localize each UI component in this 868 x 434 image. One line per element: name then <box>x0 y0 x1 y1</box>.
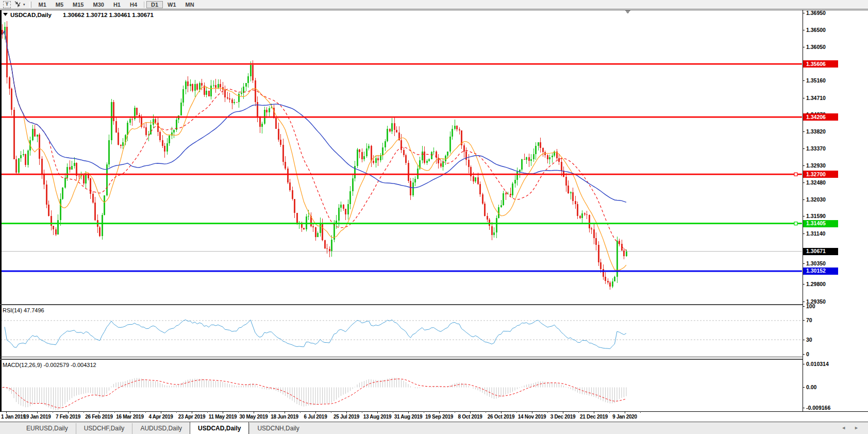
chart-tab-audusd[interactable]: AUDUSD,Daily <box>132 423 190 434</box>
line-handle[interactable] <box>794 222 797 225</box>
rsi-line <box>5 320 626 348</box>
price-badge-label: 1.32700 <box>806 171 826 177</box>
chart-title-ohlc: 1.30662 1.30712 1.30461 1.30671 <box>63 12 154 18</box>
chart-title-symbol: USDCAD,Daily <box>10 12 52 18</box>
panel-splitter[interactable] <box>0 304 803 306</box>
chart-shift-marker[interactable] <box>625 10 630 14</box>
timeframe-d1-button[interactable]: D1 <box>146 1 163 8</box>
date-label: 26 Feb 2019 <box>85 414 113 420</box>
date-label: 31 Aug 2019 <box>394 414 423 420</box>
text-label-tool-button[interactable]: T <box>2 1 12 8</box>
chart-tabs: EURUSD,DailyUSDCHF,DailyAUDUSD,DailyUSDC… <box>19 423 307 434</box>
price-tick-label: 1.36050 <box>806 44 826 50</box>
price-badge-label: 1.34206 <box>806 114 826 120</box>
price-badge-label: 1.30152 <box>806 268 826 274</box>
date-label: 8 Oct 2019 <box>458 414 482 420</box>
date-label: 19 Jan 2019 <box>24 414 52 420</box>
date-label: 6 Jul 2019 <box>304 414 328 420</box>
date-label: 18 Jun 2019 <box>271 414 298 420</box>
price-tick-label: 1.29800 <box>806 281 826 287</box>
price-badge-label: 1.35606 <box>806 61 826 67</box>
price-tick-label: 1.34710 <box>806 95 826 101</box>
chart-area[interactable]: 1.369501.365001.360501.351601.347101.342… <box>0 9 868 422</box>
chart-tab-bar: EURUSD,DailyUSDCHF,DailyAUDUSD,DailyUSDC… <box>0 422 868 434</box>
date-label: 7 Feb 2019 <box>56 414 81 420</box>
timeframe-h4-button[interactable]: H4 <box>125 1 142 8</box>
date-label: 11 May 2019 <box>209 414 237 420</box>
chart-tab-usdchf[interactable]: USDCHF,Daily <box>76 423 132 434</box>
date-label: 21 Dec 2019 <box>580 414 608 420</box>
toolbar-grip[interactable] <box>29 2 31 8</box>
rsi-tick-label: 70 <box>806 317 812 323</box>
line-handle[interactable] <box>794 173 797 176</box>
chevron-down-icon: ▾ <box>23 3 25 7</box>
chart-tab-usdcad[interactable]: USDCAD,Daily <box>190 422 249 434</box>
price-badge-label: 1.31405 <box>806 220 826 226</box>
rsi-tick-label: 0 <box>806 351 809 357</box>
tabs-scroll-right-icon[interactable]: ► <box>854 426 859 430</box>
text-tool-icon: T <box>3 1 11 8</box>
timeframe-h1-button[interactable]: H1 <box>109 1 125 8</box>
date-label: 19 Sep 2019 <box>425 414 454 420</box>
chart-tab-eurusd[interactable]: EURUSD,Daily <box>19 423 76 434</box>
price-badge-label: 1.30671 <box>806 248 826 254</box>
date-label: 16 Mar 2019 <box>116 414 144 420</box>
rsi-indicator-label: RSI(14) 47.7496 <box>3 307 44 313</box>
date-label: 3 Dec 2019 <box>550 414 576 420</box>
macd-tick-label: 0.010314 <box>806 361 829 367</box>
date-label: 14 Nov 2019 <box>518 414 546 420</box>
macd-subwindow[interactable] <box>3 378 627 410</box>
macd-signal-line <box>3 379 627 408</box>
price-tick-label: 1.32480 <box>806 179 826 186</box>
macd-tick-label: -0.009166 <box>806 405 830 411</box>
date-label: 30 May 2019 <box>239 414 268 420</box>
panel-splitter[interactable] <box>0 359 803 360</box>
price-tick-label: 1.33370 <box>806 145 826 152</box>
date-label: 9 Jan 2020 <box>612 414 637 420</box>
chart-frame: 1.369501.365001.360501.351601.347101.342… <box>0 10 868 422</box>
main-price-panel[interactable] <box>1 21 803 290</box>
price-tick-label: 1.30350 <box>806 260 826 266</box>
mt4-terminal: T ▾ M1M5M15M30H1H4D1W1MN 1.369501.365001… <box>0 0 868 434</box>
price-tick-label: 1.31140 <box>806 230 826 237</box>
price-tick-label: 1.32030 <box>806 196 826 203</box>
chart-tab-usdcnh[interactable]: USDCNH,Daily <box>249 423 307 434</box>
timeframe-m15-button[interactable]: M15 <box>68 1 88 8</box>
macd-tick-label: 0.00 <box>806 384 817 390</box>
ma-10-line <box>3 31 627 271</box>
timeframe-mn-button[interactable]: MN <box>181 1 199 8</box>
timeframe-w1-button[interactable]: W1 <box>163 1 181 8</box>
rsi-subwindow[interactable] <box>1 320 803 348</box>
candles <box>2 21 627 290</box>
price-tick-label: 1.35160 <box>806 77 826 84</box>
date-label: 4 Apr 2019 <box>148 414 173 420</box>
price-tick-label: 1.31590 <box>806 213 826 219</box>
price-tick-label: 1.36500 <box>806 27 826 33</box>
date-label: 13 Aug 2019 <box>363 414 392 420</box>
price-tick-label: 1.32930 <box>806 162 826 169</box>
tab-scroll-arrows: ◄ ► <box>841 426 859 430</box>
price-tick-label: 1.33820 <box>806 128 826 135</box>
rsi-tick-label: 30 <box>806 337 812 343</box>
date-label: 23 Apr 2019 <box>178 414 206 420</box>
price-axis[interactable] <box>803 10 868 411</box>
date-label: 1 Jan 2019 <box>1 414 26 420</box>
arrows-icon <box>14 1 22 9</box>
timeframe-m1-button[interactable]: M1 <box>34 1 51 8</box>
price-tick-label: 1.36950 <box>806 10 826 16</box>
symbol-collapse-icon[interactable] <box>3 13 8 16</box>
timeframe-m5-button[interactable]: M5 <box>51 1 68 8</box>
date-label: 25 Jul 2019 <box>333 414 360 420</box>
macd-indicator-label: MACD(12,26,9) -0.002579 -0.004312 <box>3 362 96 368</box>
tabs-scroll-left-icon[interactable]: ◄ <box>841 426 846 430</box>
arrows-tool-button[interactable]: ▾ <box>12 1 27 8</box>
toolbar-divider <box>144 2 144 8</box>
date-label: 26 Oct 2019 <box>488 414 515 420</box>
rsi-tick-label: 100 <box>806 303 815 309</box>
top-toolbar: T ▾ M1M5M15M30H1H4D1W1MN <box>0 0 868 9</box>
timeframe-group: M1M5M15M30H1H4D1W1MN <box>34 0 199 9</box>
timeframe-m30-button[interactable]: M30 <box>88 1 108 8</box>
